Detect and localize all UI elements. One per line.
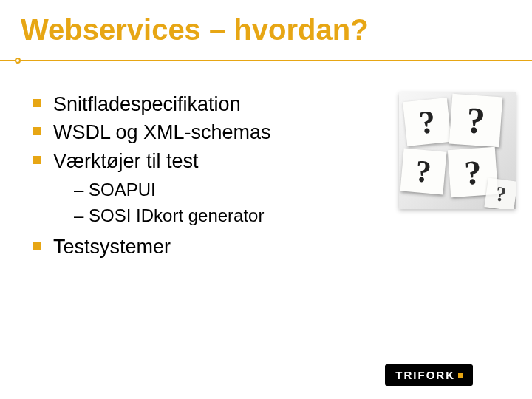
- logo-text: TRIFORK: [395, 369, 455, 381]
- slide-title: Webservices – hvordan?: [0, 0, 532, 54]
- list-item-label: Værktøjer til test: [53, 150, 199, 172]
- title-divider: [0, 57, 532, 64]
- divider-line: [0, 60, 532, 61]
- question-marks-image: ? ? ? ? ?: [399, 92, 516, 209]
- question-mark-icon: ?: [449, 94, 503, 148]
- question-mark-icon: ?: [403, 98, 451, 146]
- logo-dot-icon: [458, 373, 463, 378]
- question-mark-icon: ?: [400, 149, 447, 195]
- list-item: Testsystemer: [33, 233, 532, 260]
- trifork-logo: TRIFORK: [385, 364, 473, 386]
- divider-dot: [15, 58, 21, 64]
- question-mark-icon: ?: [484, 177, 516, 209]
